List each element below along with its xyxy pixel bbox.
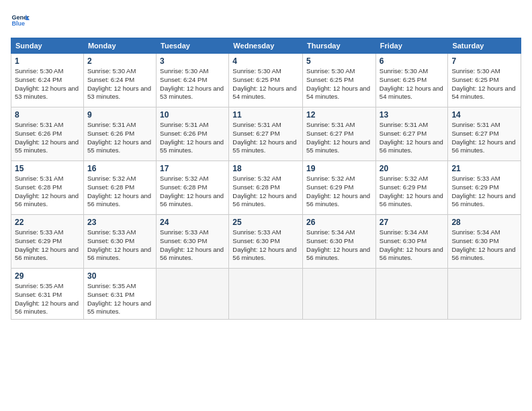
sunset-label: Sunset: 6:24 PM <box>160 76 207 83</box>
sunrise-label: Sunrise: 5:31 AM <box>451 121 500 128</box>
day-number: 15 <box>15 164 80 173</box>
sunrise-label: Sunrise: 5:31 AM <box>306 121 355 128</box>
day-number: 22 <box>15 218 80 227</box>
sunset-label: Sunset: 6:31 PM <box>87 291 134 298</box>
sunset-label: Sunset: 6:25 PM <box>306 76 353 83</box>
calendar-cell: 4 Sunrise: 5:30 AM Sunset: 6:25 PM Dayli… <box>229 54 303 107</box>
daylight-label: Daylight: 12 hours and 56 minutes. <box>232 246 296 262</box>
calendar-cell: 20 Sunrise: 5:32 AM Sunset: 6:29 PM Dayl… <box>375 161 448 215</box>
header: General Blue <box>11 11 521 30</box>
calendar-cell <box>375 269 448 320</box>
calendar-cell: 13 Sunrise: 5:31 AM Sunset: 6:27 PM Dayl… <box>375 107 448 161</box>
sunset-label: Sunset: 6:29 PM <box>380 183 427 191</box>
calendar-table: SundayMondayTuesdayWednesdayThursdayFrid… <box>11 38 521 320</box>
calendar-cell: 6 Sunrise: 5:30 AM Sunset: 6:25 PM Dayli… <box>375 54 448 107</box>
day-info: Sunrise: 5:32 AM Sunset: 6:28 PM Dayligh… <box>232 175 299 209</box>
page: General Blue SundayMondayTuesdayWednesda… <box>0 0 532 411</box>
sunset-label: Sunset: 6:27 PM <box>306 130 353 137</box>
weekday-header-wednesday: Wednesday <box>229 38 303 54</box>
day-number: 3 <box>160 56 225 66</box>
weekday-header-monday: Monday <box>83 38 156 54</box>
sunset-label: Sunset: 6:27 PM <box>232 130 279 137</box>
daylight-label: Daylight: 12 hours and 54 minutes. <box>232 85 296 101</box>
sunrise-label: Sunrise: 5:30 AM <box>232 67 281 75</box>
sunset-label: Sunset: 6:25 PM <box>380 76 427 83</box>
day-info: Sunrise: 5:33 AM Sunset: 6:29 PM Dayligh… <box>15 228 80 263</box>
sunset-label: Sunset: 6:25 PM <box>451 76 498 83</box>
daylight-label: Daylight: 12 hours and 55 minutes. <box>306 138 370 154</box>
day-number: 1 <box>15 56 80 66</box>
day-info: Sunrise: 5:32 AM Sunset: 6:29 PM Dayligh… <box>380 175 445 209</box>
daylight-label: Daylight: 12 hours and 54 minutes. <box>451 85 515 101</box>
day-number: 23 <box>87 218 152 227</box>
calendar-week-row: 22 Sunrise: 5:33 AM Sunset: 6:29 PM Dayl… <box>11 215 521 269</box>
day-info: Sunrise: 5:33 AM Sunset: 6:30 PM Dayligh… <box>160 228 225 263</box>
calendar-cell: 12 Sunrise: 5:31 AM Sunset: 6:27 PM Dayl… <box>303 107 376 161</box>
day-number: 18 <box>232 164 299 173</box>
day-info: Sunrise: 5:30 AM Sunset: 6:24 PM Dayligh… <box>160 67 225 101</box>
sunrise-label: Sunrise: 5:31 AM <box>15 121 63 128</box>
daylight-label: Daylight: 12 hours and 56 minutes. <box>306 246 370 262</box>
day-info: Sunrise: 5:34 AM Sunset: 6:30 PM Dayligh… <box>306 228 372 263</box>
day-number: 8 <box>15 110 80 120</box>
sunset-label: Sunset: 6:28 PM <box>232 183 279 191</box>
daylight-label: Daylight: 12 hours and 56 minutes. <box>451 138 515 154</box>
calendar-cell: 14 Sunrise: 5:31 AM Sunset: 6:27 PM Dayl… <box>448 107 521 161</box>
calendar-cell: 19 Sunrise: 5:32 AM Sunset: 6:29 PM Dayl… <box>303 161 376 215</box>
day-number: 28 <box>451 218 517 227</box>
day-number: 2 <box>87 56 152 66</box>
sunrise-label: Sunrise: 5:34 AM <box>306 228 355 236</box>
daylight-label: Daylight: 12 hours and 53 minutes. <box>15 85 79 101</box>
calendar-cell: 24 Sunrise: 5:33 AM Sunset: 6:30 PM Dayl… <box>157 215 229 269</box>
weekday-header-thursday: Thursday <box>303 38 376 54</box>
calendar-cell: 21 Sunrise: 5:33 AM Sunset: 6:29 PM Dayl… <box>448 161 521 215</box>
day-info: Sunrise: 5:30 AM Sunset: 6:25 PM Dayligh… <box>380 67 445 101</box>
day-info: Sunrise: 5:30 AM Sunset: 6:24 PM Dayligh… <box>87 67 152 101</box>
sunrise-label: Sunrise: 5:33 AM <box>451 175 500 182</box>
calendar-cell: 15 Sunrise: 5:31 AM Sunset: 6:28 PM Dayl… <box>11 161 84 215</box>
sunset-label: Sunset: 6:26 PM <box>15 130 62 137</box>
day-number: 26 <box>306 218 372 227</box>
day-info: Sunrise: 5:32 AM Sunset: 6:28 PM Dayligh… <box>87 175 152 209</box>
sunrise-label: Sunrise: 5:30 AM <box>160 67 208 75</box>
calendar-cell: 16 Sunrise: 5:32 AM Sunset: 6:28 PM Dayl… <box>83 161 156 215</box>
day-info: Sunrise: 5:31 AM Sunset: 6:26 PM Dayligh… <box>160 121 225 155</box>
sunset-label: Sunset: 6:26 PM <box>87 130 134 137</box>
sunset-label: Sunset: 6:29 PM <box>306 183 353 191</box>
day-number: 27 <box>380 218 445 227</box>
day-info: Sunrise: 5:30 AM Sunset: 6:25 PM Dayligh… <box>232 67 299 101</box>
day-info: Sunrise: 5:34 AM Sunset: 6:30 PM Dayligh… <box>451 228 517 263</box>
sunrise-label: Sunrise: 5:32 AM <box>306 175 355 182</box>
day-info: Sunrise: 5:32 AM Sunset: 6:28 PM Dayligh… <box>160 175 225 209</box>
sunset-label: Sunset: 6:30 PM <box>451 237 498 244</box>
sunrise-label: Sunrise: 5:32 AM <box>380 175 428 182</box>
day-number: 25 <box>232 218 299 227</box>
calendar-cell: 27 Sunrise: 5:34 AM Sunset: 6:30 PM Dayl… <box>375 215 448 269</box>
svg-text:Blue: Blue <box>11 20 25 27</box>
daylight-label: Daylight: 12 hours and 55 minutes. <box>87 300 151 316</box>
daylight-label: Daylight: 12 hours and 55 minutes. <box>160 138 224 154</box>
sunrise-label: Sunrise: 5:32 AM <box>160 175 208 182</box>
calendar-cell: 28 Sunrise: 5:34 AM Sunset: 6:30 PM Dayl… <box>448 215 521 269</box>
calendar-cell: 7 Sunrise: 5:30 AM Sunset: 6:25 PM Dayli… <box>448 54 521 107</box>
day-number: 11 <box>232 110 299 120</box>
sunrise-label: Sunrise: 5:31 AM <box>380 121 428 128</box>
sunrise-label: Sunrise: 5:34 AM <box>380 228 428 236</box>
calendar-cell: 30 Sunrise: 5:35 AM Sunset: 6:31 PM Dayl… <box>83 269 156 320</box>
day-number: 10 <box>160 110 225 120</box>
day-number: 9 <box>87 110 152 120</box>
daylight-label: Daylight: 12 hours and 56 minutes. <box>306 192 370 208</box>
calendar-cell: 11 Sunrise: 5:31 AM Sunset: 6:27 PM Dayl… <box>229 107 303 161</box>
sunset-label: Sunset: 6:25 PM <box>232 76 279 83</box>
calendar-cell: 25 Sunrise: 5:33 AM Sunset: 6:30 PM Dayl… <box>229 215 303 269</box>
daylight-label: Daylight: 12 hours and 55 minutes. <box>87 138 151 154</box>
sunrise-label: Sunrise: 5:30 AM <box>451 67 500 75</box>
calendar-cell: 26 Sunrise: 5:34 AM Sunset: 6:30 PM Dayl… <box>303 215 376 269</box>
daylight-label: Daylight: 12 hours and 56 minutes. <box>451 192 515 208</box>
sunrise-label: Sunrise: 5:30 AM <box>306 67 355 75</box>
sunset-label: Sunset: 6:30 PM <box>306 237 353 244</box>
sunset-label: Sunset: 6:24 PM <box>15 76 62 83</box>
day-number: 16 <box>87 164 152 173</box>
day-info: Sunrise: 5:33 AM Sunset: 6:30 PM Dayligh… <box>232 228 299 263</box>
sunrise-label: Sunrise: 5:30 AM <box>380 67 428 75</box>
